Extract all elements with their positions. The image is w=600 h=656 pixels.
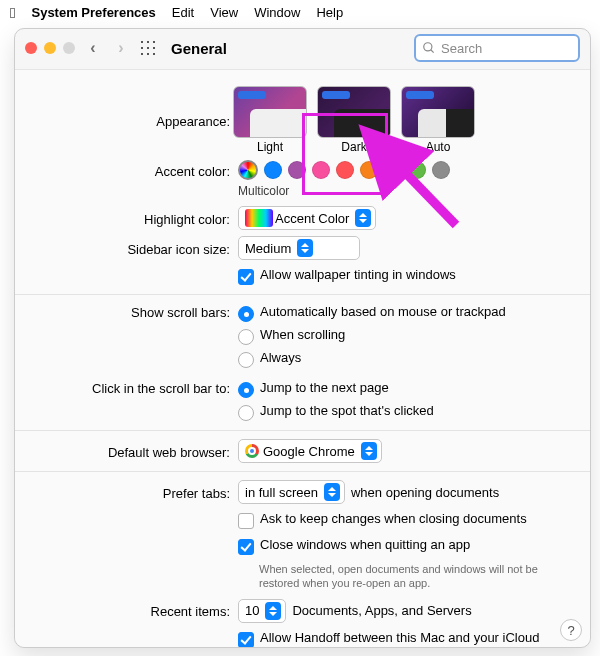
highlight-value: Accent Color bbox=[275, 211, 349, 226]
scrollbars-auto-radio[interactable] bbox=[238, 306, 254, 322]
window-title: General bbox=[171, 40, 227, 57]
tabs-suffix: when opening documents bbox=[351, 485, 499, 500]
scrollbars-scrolling-label: When scrolling bbox=[260, 327, 345, 342]
accent-purple[interactable] bbox=[288, 161, 306, 179]
divider bbox=[15, 294, 590, 295]
scrollbars-scrolling-radio[interactable] bbox=[238, 329, 254, 345]
accent-label: Accent color: bbox=[25, 162, 238, 179]
highlight-swatch-icon bbox=[245, 209, 273, 227]
appearance-dark-label: Dark bbox=[341, 140, 366, 154]
show-all-icon[interactable] bbox=[139, 39, 157, 57]
recent-select[interactable]: 10 bbox=[238, 599, 286, 623]
sidebar-size-select[interactable]: Medium bbox=[238, 236, 360, 260]
appearance-dark[interactable] bbox=[317, 86, 391, 138]
ask-changes-checkbox[interactable] bbox=[238, 513, 254, 529]
apple-menu-icon[interactable]:  bbox=[10, 5, 15, 20]
highlight-select[interactable]: Accent Color bbox=[238, 206, 376, 230]
prefs-window: ‹ › General Search Light Dark Auto Ap bbox=[14, 28, 591, 648]
scrollclick-spot-radio[interactable] bbox=[238, 405, 254, 421]
back-button[interactable]: ‹ bbox=[83, 39, 103, 57]
ask-changes-label: Ask to keep changes when closing documen… bbox=[260, 511, 527, 526]
sidebar-size-label: Sidebar icon size: bbox=[25, 240, 238, 257]
search-placeholder: Search bbox=[441, 41, 482, 56]
browser-select[interactable]: Google Chrome bbox=[238, 439, 382, 463]
recent-suffix: Documents, Apps, and Servers bbox=[292, 603, 471, 618]
recent-value: 10 bbox=[245, 603, 259, 618]
divider bbox=[15, 471, 590, 472]
chrome-icon bbox=[245, 444, 259, 458]
tabs-label: Prefer tabs: bbox=[25, 484, 238, 501]
scrollclick-nextpage-radio[interactable] bbox=[238, 382, 254, 398]
close-windows-label: Close windows when quitting an app bbox=[260, 537, 470, 552]
search-field[interactable]: Search bbox=[414, 34, 580, 62]
browser-value: Google Chrome bbox=[263, 444, 355, 459]
divider bbox=[15, 430, 590, 431]
help-button[interactable]: ? bbox=[560, 619, 582, 641]
scrollclick-label: Click in the scroll bar to: bbox=[25, 379, 238, 396]
menu-view[interactable]: View bbox=[210, 5, 238, 20]
svg-point-0 bbox=[424, 43, 432, 51]
menu-edit[interactable]: Edit bbox=[172, 5, 194, 20]
accent-yellow[interactable] bbox=[384, 161, 402, 179]
scrollclick-spot-label: Jump to the spot that's clicked bbox=[260, 403, 434, 418]
handoff-label: Allow Handoff between this Mac and your … bbox=[260, 630, 580, 647]
wallpaper-tint-label: Allow wallpaper tinting in windows bbox=[260, 267, 456, 282]
forward-button[interactable]: › bbox=[111, 39, 131, 57]
accent-pink[interactable] bbox=[312, 161, 330, 179]
accent-blue[interactable] bbox=[264, 161, 282, 179]
select-arrows-icon bbox=[297, 239, 313, 257]
appearance-light[interactable] bbox=[233, 86, 307, 138]
select-arrows-icon bbox=[361, 442, 377, 460]
appearance-label: Appearance: bbox=[25, 112, 238, 129]
scrollbars-label: Show scroll bars: bbox=[25, 303, 238, 320]
pane-body: Light Dark Auto Appearance: Accent color… bbox=[15, 69, 590, 647]
help-icon: ? bbox=[567, 623, 574, 638]
close-button[interactable] bbox=[25, 42, 37, 54]
zoom-button[interactable] bbox=[63, 42, 75, 54]
search-icon bbox=[422, 41, 436, 55]
browser-label: Default web browser: bbox=[25, 443, 238, 460]
appearance-light-label: Light bbox=[257, 140, 283, 154]
sidebar-size-value: Medium bbox=[245, 241, 291, 256]
select-arrows-icon bbox=[265, 602, 281, 620]
close-windows-checkbox[interactable] bbox=[238, 539, 254, 555]
select-arrows-icon bbox=[355, 209, 371, 227]
close-windows-help: When selected, open documents and window… bbox=[259, 562, 579, 591]
accent-caption: Multicolor bbox=[238, 184, 580, 198]
traffic-lights bbox=[25, 42, 75, 54]
select-arrows-icon bbox=[324, 483, 340, 501]
tabs-select[interactable]: in full screen bbox=[238, 480, 345, 504]
accent-orange[interactable] bbox=[360, 161, 378, 179]
menu-help[interactable]: Help bbox=[316, 5, 343, 20]
scrollbars-auto-label: Automatically based on mouse or trackpad bbox=[260, 304, 506, 319]
recent-label: Recent items: bbox=[25, 602, 238, 619]
minimize-button[interactable] bbox=[44, 42, 56, 54]
accent-multicolor[interactable] bbox=[238, 160, 258, 180]
scrollbars-always-radio[interactable] bbox=[238, 352, 254, 368]
accent-graphite[interactable] bbox=[432, 161, 450, 179]
app-menu[interactable]: System Preferences bbox=[31, 5, 155, 20]
accent-green[interactable] bbox=[408, 161, 426, 179]
tabs-value: in full screen bbox=[245, 485, 318, 500]
appearance-auto[interactable] bbox=[401, 86, 475, 138]
svg-line-1 bbox=[431, 50, 434, 53]
accent-red[interactable] bbox=[336, 161, 354, 179]
menu-window[interactable]: Window bbox=[254, 5, 300, 20]
titlebar: ‹ › General Search bbox=[15, 29, 590, 67]
scrollbars-always-label: Always bbox=[260, 350, 301, 365]
appearance-auto-label: Auto bbox=[426, 140, 451, 154]
highlight-label: Highlight color: bbox=[25, 210, 238, 227]
scrollclick-nextpage-label: Jump to the next page bbox=[260, 380, 389, 395]
handoff-checkbox[interactable] bbox=[238, 632, 254, 647]
wallpaper-tint-checkbox[interactable] bbox=[238, 269, 254, 285]
menubar:  System Preferences Edit View Window He… bbox=[0, 0, 600, 25]
